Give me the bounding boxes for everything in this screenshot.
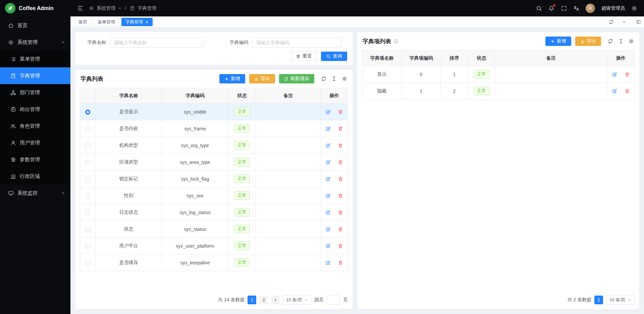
sidebar-item-role-mgmt[interactable]: 角色管理	[0, 118, 70, 134]
sidebar-item-home[interactable]: 首页	[0, 17, 70, 34]
edit-icon[interactable]	[325, 260, 331, 265]
delete-icon[interactable]	[338, 227, 343, 232]
table-row[interactable]: 显示 0 1 正常	[362, 66, 635, 83]
page-button-1[interactable]: 1	[248, 296, 256, 304]
next-page-button[interactable]	[271, 296, 280, 304]
page-button-2[interactable]: 2	[259, 296, 268, 304]
table-row[interactable]: 机构类型 sys_org_type 正常	[80, 137, 348, 154]
collapse-menu-icon[interactable]	[77, 5, 84, 11]
content: 字典名称 字典编码 重置 查询	[70, 27, 644, 314]
settings-gear-icon[interactable]	[631, 5, 637, 11]
user-name[interactable]: 超级管理员	[601, 5, 625, 11]
dict-pagination: 共 14 条数据 1 2 10 条/页 跳至 页	[80, 291, 348, 305]
jump-page-input[interactable]	[327, 295, 340, 305]
delete-icon[interactable]	[338, 176, 343, 182]
refresh-icon[interactable]	[321, 76, 326, 81]
roles-icon	[10, 123, 16, 129]
add-dict-button[interactable]: 新增	[219, 74, 245, 83]
row-radio[interactable]	[85, 210, 90, 215]
density-icon[interactable]	[331, 76, 337, 81]
row-radio[interactable]	[85, 227, 90, 232]
sidebar-item-dept-mgmt[interactable]: 部门管理	[0, 84, 70, 101]
edit-icon[interactable]	[325, 193, 331, 198]
edit-icon[interactable]	[325, 109, 331, 115]
fullscreen-icon[interactable]	[561, 5, 567, 11]
sidebar-item-post-mgmt[interactable]: 岗位管理	[0, 101, 70, 118]
delete-icon[interactable]	[338, 260, 343, 265]
page-size-select[interactable]: 10 条/页	[606, 295, 635, 305]
page-button-1[interactable]: 1	[594, 296, 603, 304]
tabs-dropdown-icon[interactable]	[618, 16, 630, 27]
column-settings-icon[interactable]	[629, 39, 634, 44]
delete-icon[interactable]	[338, 126, 343, 131]
edit-icon[interactable]	[325, 210, 331, 215]
table-row[interactable]: 锁定标记 sys_lock_flag 正常	[80, 171, 348, 187]
tabs-refresh-icon[interactable]	[605, 16, 618, 27]
sidebar-item-system-monitor[interactable]: 系统监控	[0, 185, 70, 201]
add-item-button[interactable]: 新增	[545, 37, 571, 46]
edit-icon[interactable]	[325, 143, 331, 148]
row-radio[interactable]	[85, 143, 90, 148]
delete-icon[interactable]	[338, 143, 343, 148]
table-row[interactable]: 用户平台 sys_user_platform 正常	[80, 238, 348, 254]
page-size-select[interactable]: 10 条/页	[283, 295, 311, 305]
delete-icon[interactable]	[625, 88, 630, 94]
column-settings-icon[interactable]	[342, 76, 347, 81]
row-radio[interactable]	[85, 244, 90, 249]
layout-icon[interactable]	[633, 16, 644, 27]
dict-code-input[interactable]	[252, 37, 342, 48]
delete-icon[interactable]	[338, 109, 343, 115]
row-radio[interactable]	[85, 160, 90, 165]
row-radio[interactable]	[85, 260, 90, 265]
table-row[interactable]: 状态 sys_status 正常	[80, 221, 348, 238]
bell-icon[interactable]	[548, 5, 554, 11]
query-button[interactable]: 查询	[321, 52, 347, 61]
edit-icon[interactable]	[325, 126, 331, 131]
edit-icon[interactable]	[325, 176, 331, 182]
user-icon	[10, 140, 16, 146]
delete-icon[interactable]	[338, 160, 343, 165]
export-dict-button[interactable]: 导出	[249, 74, 275, 83]
row-radio[interactable]	[85, 177, 90, 182]
sidebar-item-user-mgmt[interactable]: 用户管理	[0, 134, 70, 151]
edit-icon[interactable]	[325, 227, 331, 232]
row-radio[interactable]	[85, 126, 90, 131]
density-icon[interactable]	[618, 39, 624, 44]
sidebar-item-dict-mgmt[interactable]: 字典管理	[0, 67, 70, 84]
row-radio[interactable]	[85, 193, 90, 198]
row-radio[interactable]	[85, 110, 90, 115]
tabbar-tools	[605, 16, 644, 27]
reset-button[interactable]: 重置	[291, 52, 317, 61]
edit-icon[interactable]	[325, 243, 331, 249]
tab[interactable]: 首页	[74, 18, 91, 26]
table-row[interactable]: 是否内嵌 sys_frame 正常	[80, 120, 348, 137]
translate-icon[interactable]	[573, 5, 579, 11]
sidebar-item-system-mgmt[interactable]: 系统管理	[0, 34, 70, 51]
refresh-icon[interactable]	[608, 39, 613, 44]
delete-icon[interactable]	[625, 72, 630, 77]
delete-icon[interactable]	[338, 243, 343, 249]
table-row[interactable]: 性别 sys_sex 正常	[80, 187, 348, 204]
sidebar-item-admin-region[interactable]: 行政区域	[0, 168, 70, 185]
delete-icon[interactable]	[338, 193, 343, 198]
table-row[interactable]: 隐藏 1 2 正常	[362, 83, 635, 100]
sidebar-item-menu-mgmt[interactable]: 菜单管理	[0, 51, 70, 67]
delete-icon[interactable]	[338, 210, 343, 215]
edit-icon[interactable]	[612, 88, 617, 94]
table-row[interactable]: 日志状态 sys_log_status 正常	[80, 204, 348, 221]
refresh-cache-button[interactable]: 刷新缓存	[279, 74, 314, 83]
dict-name-input[interactable]	[110, 37, 204, 48]
sidebar-item-param-mgmt[interactable]: 参数管理	[0, 151, 70, 168]
edit-icon[interactable]	[612, 72, 617, 77]
tab[interactable]: 菜单管理	[94, 18, 119, 26]
tab-close-icon[interactable]	[145, 20, 149, 24]
table-row[interactable]: 是否显示 sys_visible 正常	[80, 104, 348, 120]
table-row[interactable]: 是否缓存 sys_keepalive 正常	[80, 254, 348, 271]
edit-icon[interactable]	[325, 160, 331, 165]
search-icon[interactable]	[536, 5, 542, 11]
tab[interactable]: 字典管理	[121, 18, 153, 26]
table-row[interactable]: 区域类型 sys_area_type 正常	[80, 154, 348, 171]
breadcrumb-root[interactable]: 系统管理	[97, 5, 115, 11]
avatar[interactable]	[586, 4, 595, 13]
export-item-button[interactable]: 导出	[575, 37, 601, 46]
